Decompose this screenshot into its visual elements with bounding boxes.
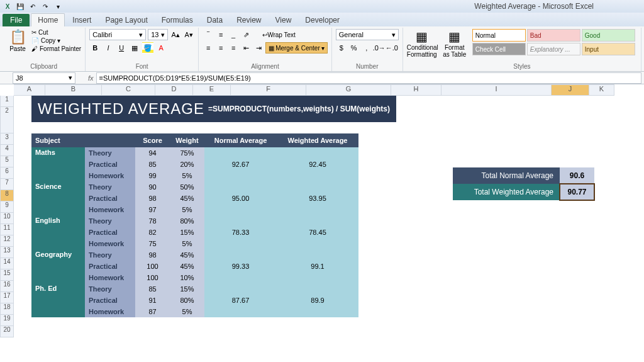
weight-cell[interactable]: 5% [170, 204, 204, 215]
borders-button[interactable]: ▦ [129, 42, 140, 54]
weight-cell[interactable]: 20% [170, 159, 204, 170]
number-format-combo[interactable]: General▾ [336, 29, 399, 40]
row-header-15[interactable]: 15 [0, 269, 14, 281]
decrease-decimal-button[interactable]: ←.0 [386, 42, 397, 54]
weight-cell[interactable]: 50% [170, 181, 204, 193]
score-cell[interactable]: 100 [135, 272, 170, 283]
tab-page-layout[interactable]: Page Layout [99, 14, 153, 26]
tab-view[interactable]: View [269, 14, 298, 26]
subject-cell[interactable]: Maths [31, 147, 85, 181]
column-headers[interactable]: ABCDEFGHIJK [14, 84, 644, 96]
paste-button[interactable]: 📋 Paste [6, 29, 29, 52]
tab-insert[interactable]: Insert [66, 14, 97, 26]
copy-button[interactable]: 📄Copy ▾ [31, 37, 81, 44]
column-header-I[interactable]: I [441, 84, 552, 96]
fill-color-button[interactable]: 🪣 [142, 42, 153, 54]
type-cell[interactable]: Theory [85, 283, 135, 295]
table-row[interactable]: EnglishTheory7880%78.3378.45 [31, 215, 358, 227]
align-top-button[interactable]: ‾ [203, 29, 214, 40]
row-headers[interactable]: 1234567891011121314151617181920 [0, 96, 14, 337]
wrap-text-button[interactable]: ↩ Wrap Text [259, 29, 299, 40]
type-cell[interactable]: Theory [85, 215, 135, 227]
align-center-button[interactable]: ≡ [215, 42, 226, 54]
weight-cell[interactable]: 45% [170, 261, 204, 272]
weighted-avg-cell[interactable]: 78.45 [277, 215, 358, 249]
fx-icon[interactable]: fx [88, 74, 94, 82]
column-header-H[interactable]: H [391, 84, 441, 96]
tab-developer[interactable]: Developer [299, 14, 346, 26]
score-cell[interactable]: 82 [135, 227, 170, 238]
weight-cell[interactable]: 15% [170, 283, 204, 295]
italic-button[interactable]: I [103, 42, 114, 54]
type-cell[interactable]: Practical [85, 295, 135, 306]
weighted-avg-cell[interactable]: 99.1 [277, 249, 358, 283]
save-icon[interactable]: 💾 [15, 1, 25, 11]
row-header-4[interactable]: 4 [0, 145, 14, 156]
score-cell[interactable]: 75 [135, 238, 170, 249]
row-header-13[interactable]: 13 [0, 247, 14, 258]
undo-icon[interactable]: ↶ [28, 1, 38, 11]
row-header-7[interactable]: 7 [0, 179, 14, 190]
weight-cell[interactable]: 45% [170, 193, 204, 204]
row-header-16[interactable]: 16 [0, 281, 14, 292]
score-cell[interactable]: 85 [135, 283, 170, 295]
column-header-A[interactable]: A [14, 84, 45, 96]
tab-review[interactable]: Review [230, 14, 267, 26]
table-row[interactable]: Ph. EdTheory8515%87.6789.9 [31, 283, 358, 295]
type-cell[interactable]: Homework [85, 272, 135, 283]
style-input[interactable]: Input [582, 43, 635, 55]
subject-cell[interactable]: Science [31, 181, 85, 215]
style-good[interactable]: Good [582, 29, 635, 42]
font-color-button[interactable]: A [155, 42, 167, 54]
score-cell[interactable]: 99 [135, 170, 170, 181]
table-row[interactable]: MathsTheory9475%92.6792.45 [31, 147, 358, 159]
formula-bar[interactable]: =SUMPRODUCT(D5:D19*E5:E19)/SUM(E5:E19) [96, 72, 641, 84]
type-cell[interactable]: Practical [85, 159, 135, 170]
column-header-C[interactable]: C [102, 84, 155, 96]
weight-cell[interactable]: 15% [170, 227, 204, 238]
redo-icon[interactable]: ↷ [40, 1, 50, 11]
name-box[interactable]: J8▾ [13, 72, 75, 84]
type-cell[interactable]: Theory [85, 181, 135, 193]
score-cell[interactable]: 87 [135, 306, 170, 317]
cut-button[interactable]: ✂Cut [31, 29, 81, 36]
merge-center-button[interactable]: ▦Merge & Center ▾ [265, 42, 328, 54]
subject-cell[interactable]: English [31, 215, 85, 249]
column-header-B[interactable]: B [45, 84, 102, 96]
align-middle-button[interactable]: ≡ [215, 29, 226, 40]
font-size-combo[interactable]: 13▾ [148, 29, 168, 40]
customize-qat-icon[interactable]: ▾ [53, 1, 63, 11]
score-cell[interactable]: 85 [135, 159, 170, 170]
table-row[interactable]: ScienceTheory9050%95.0093.95 [31, 181, 358, 193]
worksheet[interactable]: ABCDEFGHIJK 1234567891011121314151617181… [0, 84, 644, 96]
subject-cell[interactable]: Geography [31, 249, 85, 283]
row-header-18[interactable]: 18 [0, 303, 14, 315]
tab-data[interactable]: Data [201, 14, 229, 26]
underline-button[interactable]: U [116, 42, 127, 54]
column-header-G[interactable]: G [306, 84, 391, 96]
weight-cell[interactable]: 10% [170, 272, 204, 283]
type-cell[interactable]: Theory [85, 147, 135, 159]
score-cell[interactable]: 91 [135, 295, 170, 306]
weight-cell[interactable]: 80% [170, 215, 204, 227]
total-weighted-value[interactable]: 90.77 [560, 184, 594, 200]
row-header-14[interactable]: 14 [0, 258, 14, 269]
normal-avg-cell[interactable]: 95.00 [204, 181, 277, 215]
style-check-cell[interactable]: Check Cell [472, 43, 526, 55]
column-header-K[interactable]: K [589, 84, 614, 96]
percent-button[interactable]: % [348, 42, 360, 54]
normal-avg-cell[interactable]: 78.33 [204, 215, 277, 249]
excel-icon[interactable]: X [3, 1, 13, 11]
conditional-formatting-button[interactable]: ▦Conditional Formatting [407, 29, 437, 58]
row-header-20[interactable]: 20 [0, 326, 14, 337]
column-header-D[interactable]: D [155, 84, 193, 96]
weight-cell[interactable]: 45% [170, 249, 204, 261]
style-normal[interactable]: Normal [472, 29, 526, 42]
type-cell[interactable]: Practical [85, 193, 135, 204]
style-bad[interactable]: Bad [527, 29, 580, 42]
row-header-11[interactable]: 11 [0, 224, 14, 235]
tab-home[interactable]: Home [31, 13, 65, 26]
row-header-6[interactable]: 6 [0, 167, 14, 179]
tab-file[interactable]: File [3, 14, 30, 26]
align-bottom-button[interactable]: _ [228, 29, 239, 40]
